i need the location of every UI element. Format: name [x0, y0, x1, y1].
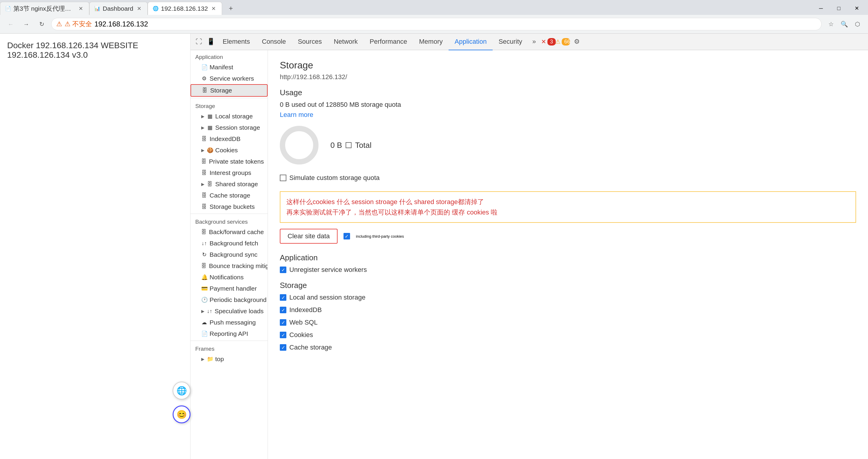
sidebar-item-private-state-tokens[interactable]: 🗄 Private state tokens: [190, 156, 268, 167]
devtools-inspect-icon[interactable]: ⛶: [193, 36, 205, 47]
warning-count: 66: [562, 38, 570, 45]
devtools-device-icon[interactable]: 📱: [205, 36, 217, 47]
zoom-button[interactable]: 🔍: [838, 18, 850, 30]
address-bar: ← → ↻ ⚠ ⚠ 不安全 192.168.126.132 ☆ 🔍 ⬡: [0, 15, 868, 33]
sidebar-item-session-storage[interactable]: ▶ ▦ Session storage: [190, 122, 268, 133]
background-fetch-label: Background fetch: [210, 240, 258, 247]
new-tab-button[interactable]: +: [223, 2, 238, 15]
sidebar-item-local-storage[interactable]: ▶ ▦ Local storage: [190, 111, 268, 122]
tab-application[interactable]: Application: [448, 34, 493, 50]
sidebar-item-indexeddb[interactable]: 🗄 IndexedDB: [190, 133, 268, 144]
devtools-error-badge[interactable]: ✕ 3: [542, 36, 554, 47]
translate-button[interactable]: 🌐: [173, 382, 190, 399]
sidebar-item-storage[interactable]: 🗄 Storage: [190, 84, 268, 97]
speculative-loads-icon: ↓↑: [207, 308, 212, 315]
assistant-button[interactable]: 😊: [173, 405, 190, 423]
maximize-button[interactable]: □: [830, 2, 848, 15]
forward-button[interactable]: →: [20, 18, 32, 30]
sidebar-item-back-forward-cache[interactable]: 🗄 Back/forward cache: [190, 226, 268, 238]
cache-storage-checkbox[interactable]: ✓: [280, 344, 286, 351]
url-actions: ☆ 🔍 ⬡: [825, 18, 863, 30]
tab-3-close[interactable]: ✕: [210, 5, 217, 12]
unregister-checkbox[interactable]: ✓: [280, 266, 286, 273]
tab-performance[interactable]: Performance: [364, 34, 413, 50]
local-session-checkbox[interactable]: ✓: [280, 294, 286, 301]
back-forward-cache-label: Back/forward cache: [209, 228, 264, 236]
extensions-button[interactable]: ⬡: [851, 18, 863, 30]
sidebar-item-periodic-bg-sync[interactable]: 🕐 Periodic background sync: [190, 294, 268, 305]
tab-memory[interactable]: Memory: [413, 34, 448, 50]
bookmark-button[interactable]: ☆: [825, 18, 837, 30]
speculative-loads-arrow: ▶: [201, 309, 205, 314]
indexeddb-checkbox[interactable]: ✓: [280, 307, 286, 313]
tab-security[interactable]: Security: [493, 34, 528, 50]
tab-network[interactable]: Network: [328, 34, 364, 50]
websql-checkbox[interactable]: ✓: [280, 319, 286, 326]
sidebar-item-bounce-tracking[interactable]: 🗄 Bounce tracking mitigatio...: [190, 260, 268, 271]
sidebar-item-background-fetch[interactable]: ↓↑ Background fetch: [190, 238, 268, 249]
learn-more-link[interactable]: Learn more: [280, 111, 313, 119]
total-checkbox[interactable]: [346, 142, 351, 148]
shared-storage-icon: 🗄: [207, 181, 213, 188]
minimize-button[interactable]: ─: [812, 2, 830, 15]
sidebar-item-push-messaging[interactable]: ☁ Push messaging: [190, 317, 268, 328]
storage-url: http://192.168.126.132/: [280, 73, 856, 81]
tab-sources[interactable]: Sources: [292, 34, 328, 50]
tab-2[interactable]: 📊 Dashboard ✕: [89, 2, 148, 15]
devtools-body: Application 📄 Manifest ⚙ Service workers…: [190, 50, 868, 459]
cookies-label: Cookies: [215, 146, 238, 154]
storage-subsection-title: Storage: [280, 281, 856, 290]
devtools-warning-badge[interactable]: ⚠ 66: [557, 36, 568, 47]
sidebar-item-payment-handler[interactable]: 💳 Payment handler: [190, 283, 268, 294]
sidebar-item-service-workers[interactable]: ⚙ Service workers: [190, 73, 268, 84]
devtools-more-tabs[interactable]: »: [528, 36, 540, 47]
sidebar-item-speculative-loads[interactable]: ▶ ↓↑ Speculative loads: [190, 305, 268, 317]
sidebar-item-reporting-api[interactable]: 📄 Reporting API: [190, 328, 268, 339]
sidebar-item-shared-storage[interactable]: ▶ 🗄 Shared storage: [190, 178, 268, 190]
tab-bar: 📄 第3节 nginx反代理实现负债软... ✕ 📊 Dashboard ✕ 🌐…: [0, 0, 868, 15]
tab-elements[interactable]: Elements: [217, 34, 256, 50]
tab-3[interactable]: 🌐 192.168.126.132 ✕: [148, 2, 222, 15]
devtools: ⛶ 📱 Elements Console Sources Network Per…: [190, 34, 868, 459]
interest-groups-icon: 🗄: [201, 170, 207, 176]
sidebar: Application 📄 Manifest ⚙ Service workers…: [190, 50, 268, 459]
cookies-checkbox[interactable]: ✓: [280, 332, 286, 338]
url-box[interactable]: ⚠ ⚠ 不安全 192.168.126.132: [51, 18, 822, 30]
reload-button[interactable]: ↻: [36, 18, 48, 30]
background-section-header: Background services: [190, 215, 268, 226]
tab-2-close[interactable]: ✕: [136, 5, 143, 12]
clear-site-data-button[interactable]: Clear site data: [280, 229, 338, 243]
sidebar-item-notifications[interactable]: 🔔 Notifications: [190, 271, 268, 283]
sidebar-item-storage-buckets[interactable]: 🗄 Storage buckets: [190, 201, 268, 212]
warning-icon: ⚠: [56, 20, 62, 28]
websql-label: Web SQL: [289, 319, 318, 326]
back-button[interactable]: ←: [5, 18, 17, 30]
local-session-label: Local and session storage: [289, 294, 366, 301]
sidebar-item-cookies[interactable]: ▶ 🍪 Cookies: [190, 144, 268, 156]
service-workers-icon: ⚙: [201, 75, 207, 82]
sidebar-item-background-sync[interactable]: ↻ Background sync: [190, 249, 268, 260]
error-count: 3: [548, 38, 556, 45]
sidebar-item-top[interactable]: ▶ 📁 top: [190, 353, 268, 365]
sidebar-item-cache-storage[interactable]: 🗄 Cache storage: [190, 190, 268, 201]
periodic-bg-sync-icon: 🕐: [201, 297, 207, 303]
indexeddb-label: IndexedDB: [289, 306, 322, 314]
cache-storage-label: Cache storage: [210, 192, 250, 199]
close-button[interactable]: ✕: [848, 2, 866, 15]
storage-title: Storage: [280, 60, 856, 71]
cookies-arrow: ▶: [201, 148, 205, 153]
tab-1[interactable]: 📄 第3节 nginx反代理实现负债软... ✕: [0, 2, 89, 15]
sidebar-item-manifest[interactable]: 📄 Manifest: [190, 62, 268, 73]
tab-console[interactable]: Console: [256, 34, 292, 50]
storage-subsection: Storage ✓ Local and session storage ✓ In…: [280, 281, 856, 351]
devtools-settings[interactable]: ⚙: [571, 36, 583, 47]
sidebar-item-interest-groups[interactable]: 🗄 Interest groups: [190, 167, 268, 178]
cookies-row: ✓ Cookies: [280, 331, 856, 339]
private-state-tokens-icon: 🗄: [201, 159, 207, 165]
cookies-icon: 🍪: [207, 147, 213, 154]
simulate-checkbox[interactable]: [280, 175, 286, 181]
tab-3-favicon: 🌐: [153, 6, 159, 11]
third-party-checkbox[interactable]: ✓: [343, 233, 350, 239]
unregister-row: ✓ Unregister service workers: [280, 266, 856, 274]
tab-1-close[interactable]: ✕: [78, 5, 84, 12]
